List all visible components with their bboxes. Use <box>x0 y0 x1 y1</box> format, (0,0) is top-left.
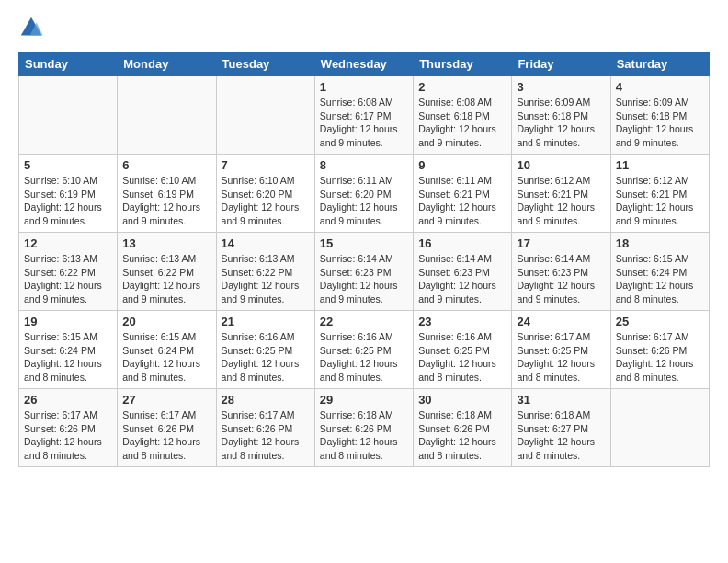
day-number: 5 <box>24 158 112 172</box>
header <box>18 15 710 40</box>
day-number: 29 <box>320 393 408 407</box>
day-number: 21 <box>222 315 310 328</box>
calendar-cell: 24Sunrise: 6:17 AMSunset: 6:25 PMDayligh… <box>512 311 610 389</box>
day-info: Sunrise: 6:14 AMSunset: 6:23 PMDaylight:… <box>517 252 605 306</box>
weekday-header-tuesday: Tuesday <box>216 52 314 76</box>
day-info: Sunrise: 6:13 AMSunset: 6:22 PMDaylight:… <box>222 252 310 306</box>
calendar-cell: 31Sunrise: 6:18 AMSunset: 6:27 PMDayligh… <box>512 389 610 467</box>
day-number: 16 <box>418 236 506 250</box>
day-number: 9 <box>418 158 506 172</box>
calendar-cell <box>216 76 314 155</box>
weekday-header-sunday: Sunday <box>19 52 118 76</box>
day-number: 15 <box>320 236 408 250</box>
day-info: Sunrise: 6:08 AMSunset: 6:17 PMDaylight:… <box>320 96 408 150</box>
day-info: Sunrise: 6:17 AMSunset: 6:25 PMDaylight:… <box>517 330 605 385</box>
week-row-4: 19Sunrise: 6:15 AMSunset: 6:24 PMDayligh… <box>19 311 710 389</box>
logo <box>18 15 48 40</box>
day-info: Sunrise: 6:17 AMSunset: 6:26 PMDaylight:… <box>122 408 210 463</box>
day-number: 3 <box>517 80 605 94</box>
day-info: Sunrise: 6:12 AMSunset: 6:21 PMDaylight:… <box>616 174 704 228</box>
calendar-cell: 30Sunrise: 6:18 AMSunset: 6:26 PMDayligh… <box>414 389 512 467</box>
day-info: Sunrise: 6:13 AMSunset: 6:22 PMDaylight:… <box>122 252 210 306</box>
weekday-header-thursday: Thursday <box>414 52 512 76</box>
calendar-cell: 18Sunrise: 6:15 AMSunset: 6:24 PMDayligh… <box>610 233 709 311</box>
calendar-cell: 15Sunrise: 6:14 AMSunset: 6:23 PMDayligh… <box>314 233 413 311</box>
week-row-1: 1Sunrise: 6:08 AMSunset: 6:17 PMDaylight… <box>19 76 710 155</box>
day-number: 10 <box>517 158 605 172</box>
calendar-cell <box>610 389 709 467</box>
calendar-cell: 13Sunrise: 6:13 AMSunset: 6:22 PMDayligh… <box>118 233 216 311</box>
calendar-cell: 11Sunrise: 6:12 AMSunset: 6:21 PMDayligh… <box>610 155 709 233</box>
calendar-cell: 8Sunrise: 6:11 AMSunset: 6:20 PMDaylight… <box>314 155 413 233</box>
day-info: Sunrise: 6:11 AMSunset: 6:21 PMDaylight:… <box>418 174 506 228</box>
weekday-header-wednesday: Wednesday <box>314 52 413 76</box>
calendar-cell: 16Sunrise: 6:14 AMSunset: 6:23 PMDayligh… <box>414 233 512 311</box>
calendar-cell: 10Sunrise: 6:12 AMSunset: 6:21 PMDayligh… <box>512 155 610 233</box>
day-info: Sunrise: 6:16 AMSunset: 6:25 PMDaylight:… <box>222 330 310 385</box>
day-number: 13 <box>122 236 210 250</box>
week-row-2: 5Sunrise: 6:10 AMSunset: 6:19 PMDaylight… <box>19 155 710 233</box>
day-number: 17 <box>517 236 605 250</box>
day-number: 18 <box>616 236 704 250</box>
calendar-cell: 25Sunrise: 6:17 AMSunset: 6:26 PMDayligh… <box>610 311 709 389</box>
day-number: 6 <box>122 158 210 172</box>
week-row-5: 26Sunrise: 6:17 AMSunset: 6:26 PMDayligh… <box>19 389 710 467</box>
day-info: Sunrise: 6:10 AMSunset: 6:19 PMDaylight:… <box>122 174 210 228</box>
weekday-header-row: SundayMondayTuesdayWednesdayThursdayFrid… <box>19 52 710 76</box>
day-number: 12 <box>24 236 112 250</box>
day-info: Sunrise: 6:11 AMSunset: 6:20 PMDaylight:… <box>320 174 408 228</box>
weekday-header-monday: Monday <box>118 52 216 76</box>
day-info: Sunrise: 6:15 AMSunset: 6:24 PMDaylight:… <box>24 330 112 385</box>
day-info: Sunrise: 6:18 AMSunset: 6:26 PMDaylight:… <box>320 408 408 463</box>
day-number: 20 <box>122 315 210 328</box>
day-info: Sunrise: 6:16 AMSunset: 6:25 PMDaylight:… <box>320 330 408 385</box>
day-info: Sunrise: 6:17 AMSunset: 6:26 PMDaylight:… <box>616 330 704 385</box>
day-number: 19 <box>24 315 112 328</box>
day-info: Sunrise: 6:10 AMSunset: 6:20 PMDaylight:… <box>222 174 310 228</box>
day-info: Sunrise: 6:15 AMSunset: 6:24 PMDaylight:… <box>616 252 704 306</box>
page: SundayMondayTuesdayWednesdayThursdayFrid… <box>0 0 728 563</box>
calendar-cell <box>118 76 216 155</box>
calendar-cell: 26Sunrise: 6:17 AMSunset: 6:26 PMDayligh… <box>19 389 118 467</box>
day-number: 4 <box>616 80 704 94</box>
calendar-cell: 20Sunrise: 6:15 AMSunset: 6:24 PMDayligh… <box>118 311 216 389</box>
day-info: Sunrise: 6:17 AMSunset: 6:26 PMDaylight:… <box>24 408 112 463</box>
day-number: 8 <box>320 158 408 172</box>
weekday-header-saturday: Saturday <box>610 52 709 76</box>
day-info: Sunrise: 6:12 AMSunset: 6:21 PMDaylight:… <box>517 174 605 228</box>
calendar-cell: 7Sunrise: 6:10 AMSunset: 6:20 PMDaylight… <box>216 155 314 233</box>
day-info: Sunrise: 6:14 AMSunset: 6:23 PMDaylight:… <box>418 252 506 306</box>
calendar-cell: 21Sunrise: 6:16 AMSunset: 6:25 PMDayligh… <box>216 311 314 389</box>
calendar: SundayMondayTuesdayWednesdayThursdayFrid… <box>18 52 710 467</box>
day-info: Sunrise: 6:10 AMSunset: 6:19 PMDaylight:… <box>24 174 112 228</box>
day-number: 14 <box>222 236 310 250</box>
calendar-cell: 27Sunrise: 6:17 AMSunset: 6:26 PMDayligh… <box>118 389 216 467</box>
logo-icon <box>18 15 44 40</box>
calendar-cell: 12Sunrise: 6:13 AMSunset: 6:22 PMDayligh… <box>19 233 118 311</box>
day-info: Sunrise: 6:15 AMSunset: 6:24 PMDaylight:… <box>122 330 210 385</box>
day-info: Sunrise: 6:18 AMSunset: 6:26 PMDaylight:… <box>418 408 506 463</box>
day-info: Sunrise: 6:09 AMSunset: 6:18 PMDaylight:… <box>517 96 605 150</box>
day-info: Sunrise: 6:16 AMSunset: 6:25 PMDaylight:… <box>418 330 506 385</box>
day-number: 7 <box>222 158 310 172</box>
weekday-header-friday: Friday <box>512 52 610 76</box>
week-row-3: 12Sunrise: 6:13 AMSunset: 6:22 PMDayligh… <box>19 233 710 311</box>
calendar-cell <box>19 76 118 155</box>
calendar-cell: 9Sunrise: 6:11 AMSunset: 6:21 PMDaylight… <box>414 155 512 233</box>
day-info: Sunrise: 6:18 AMSunset: 6:27 PMDaylight:… <box>517 408 605 463</box>
day-info: Sunrise: 6:08 AMSunset: 6:18 PMDaylight:… <box>418 96 506 150</box>
calendar-cell: 3Sunrise: 6:09 AMSunset: 6:18 PMDaylight… <box>512 76 610 155</box>
day-number: 26 <box>24 393 112 407</box>
day-info: Sunrise: 6:09 AMSunset: 6:18 PMDaylight:… <box>616 96 704 150</box>
day-number: 28 <box>222 393 310 407</box>
calendar-cell: 6Sunrise: 6:10 AMSunset: 6:19 PMDaylight… <box>118 155 216 233</box>
day-number: 27 <box>122 393 210 407</box>
day-number: 22 <box>320 315 408 328</box>
day-number: 24 <box>517 315 605 328</box>
day-number: 2 <box>418 80 506 94</box>
calendar-cell: 28Sunrise: 6:17 AMSunset: 6:26 PMDayligh… <box>216 389 314 467</box>
day-info: Sunrise: 6:13 AMSunset: 6:22 PMDaylight:… <box>24 252 112 306</box>
day-number: 31 <box>517 393 605 407</box>
calendar-cell: 2Sunrise: 6:08 AMSunset: 6:18 PMDaylight… <box>414 76 512 155</box>
day-number: 1 <box>320 80 408 94</box>
